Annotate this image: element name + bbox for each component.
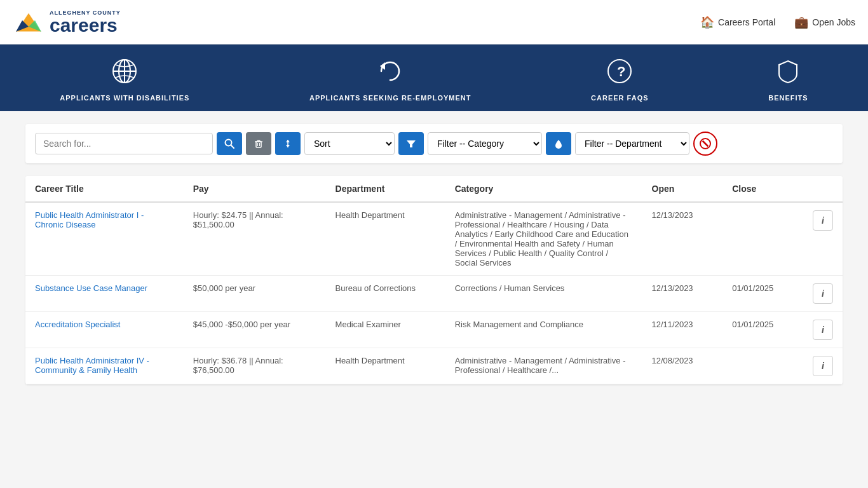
nav-reemployment-label: APPLICANTS SEEKING RE-EMPLOYMENT <box>309 94 471 102</box>
col-header-title: Career Title <box>25 176 184 202</box>
job-action-cell: i <box>803 348 843 384</box>
svg-marker-20 <box>286 145 290 147</box>
job-open-cell: 12/13/2023 <box>642 202 723 276</box>
jobs-table: Career Title Pay Department Category Ope… <box>25 176 843 384</box>
job-category-cell: Administrative - Management / Administra… <box>445 202 642 276</box>
header: ALLEGHENY COUNTY careers 🏠 Careers Porta… <box>0 0 868 44</box>
job-dept-cell: Medical Examiner <box>326 312 445 348</box>
col-header-pay: Pay <box>184 176 326 202</box>
job-title-link[interactable]: Accreditation Specialist <box>35 320 120 329</box>
job-category-cell: Corrections / Human Services <box>445 276 642 312</box>
job-open-cell: 12/11/2023 <box>642 312 723 348</box>
job-title-cell: Public Health Administrator IV - Communi… <box>25 348 184 384</box>
job-title-link[interactable]: Public Health Administrator IV - Communi… <box>35 356 149 375</box>
job-close-cell <box>722 202 803 276</box>
home-icon: 🏠 <box>700 15 714 29</box>
job-title-link[interactable]: Public Health Administrator I - Chronic … <box>35 210 144 229</box>
job-pay-cell: Hourly: $24.75 || Annual: $51,500.00 <box>184 202 326 276</box>
filter-icon <box>406 139 416 149</box>
svg-line-23 <box>703 141 708 146</box>
water-filter-button[interactable] <box>546 132 571 155</box>
filter-button[interactable] <box>398 132 424 155</box>
info-icon: i <box>822 325 824 335</box>
info-icon: i <box>822 288 824 299</box>
job-close-cell: 01/01/2025 <box>722 276 803 312</box>
jobs-table-container: Career Title Pay Department Category Ope… <box>25 176 843 384</box>
nav-reemployment[interactable]: APPLICANTS SEEKING RE-EMPLOYMENT <box>297 54 484 105</box>
job-dept-cell: Health Department <box>326 202 445 276</box>
nav-disabilities-label: APPLICANTS WITH DISABILITIES <box>60 94 189 102</box>
info-button[interactable]: i <box>813 210 833 231</box>
svg-line-12 <box>231 146 234 149</box>
job-pay-cell: $45,000 -$50,000 per year <box>184 312 326 348</box>
job-title-link[interactable]: Substance Use Case Manager <box>35 283 147 293</box>
job-category-cell: Risk Management and Compliance <box>445 312 642 348</box>
cancel-icon <box>699 137 712 150</box>
search-button[interactable] <box>217 132 242 155</box>
filter-category-select[interactable]: Filter -- Category Administrative Health… <box>428 132 542 155</box>
job-dept-cell: Health Department <box>326 348 445 384</box>
careers-portal-link[interactable]: 🏠 Careers Portal <box>700 15 775 29</box>
job-title-cell: Public Health Administrator I - Chronic … <box>25 202 184 276</box>
trash-icon <box>254 139 264 149</box>
table-row: Substance Use Case Manager $50,000 per y… <box>25 276 843 312</box>
header-nav: 🏠 Careers Portal 💼 Open Jobs <box>700 15 855 29</box>
nav-benefits-label: BENEFITS <box>768 94 808 102</box>
sort-select[interactable]: Sort Career Title A-Z Career Title Z-A O… <box>304 132 395 155</box>
search-icon <box>224 139 234 149</box>
col-header-dept: Department <box>326 176 445 202</box>
nav-faqs-label: CAREER FAQS <box>591 94 648 102</box>
question-icon: ? <box>606 57 634 89</box>
logo-area: ALLEGHENY COUNTY careers <box>13 6 121 38</box>
clear-button[interactable] <box>246 132 271 155</box>
logo-text: ALLEGHENY COUNTY careers <box>50 10 121 35</box>
sort-arrows-button[interactable] <box>275 132 301 155</box>
table-row: Public Health Administrator I - Chronic … <box>25 202 843 276</box>
job-pay-cell: $50,000 per year <box>184 276 326 312</box>
job-action-cell: i <box>803 202 843 276</box>
job-close-cell <box>722 348 803 384</box>
col-header-category: Category <box>445 176 642 202</box>
search-input[interactable] <box>35 133 213 154</box>
logo-icon <box>13 6 44 38</box>
refresh-icon <box>376 57 404 89</box>
nav-bar: APPLICANTS WITH DISABILITIES APPLICANTS … <box>0 44 868 111</box>
col-header-action <box>803 176 843 202</box>
svg-marker-21 <box>407 140 416 147</box>
job-pay-cell: Hourly: $36.78 || Annual: $76,500.00 <box>184 348 326 384</box>
briefcase-icon: 💼 <box>794 15 808 29</box>
table-row: Public Health Administrator IV - Communi… <box>25 348 843 384</box>
nav-faqs[interactable]: ? CAREER FAQS <box>578 54 661 105</box>
col-header-close: Close <box>722 176 803 202</box>
search-filter-bar: Sort Career Title A-Z Career Title Z-A O… <box>25 124 843 163</box>
job-category-cell: Administrative - Management / Administra… <box>445 348 642 384</box>
info-icon: i <box>822 361 824 371</box>
water-drop-icon <box>553 139 564 149</box>
col-header-open: Open <box>642 176 723 202</box>
nav-benefits[interactable]: BENEFITS <box>756 54 820 105</box>
careers-portal-label: Careers Portal <box>718 17 775 27</box>
globe-icon <box>111 57 139 89</box>
svg-text:?: ? <box>617 64 625 79</box>
job-open-cell: 12/13/2023 <box>642 276 723 312</box>
table-header-row: Career Title Pay Department Category Ope… <box>25 176 843 202</box>
nav-disabilities[interactable]: APPLICANTS WITH DISABILITIES <box>47 54 202 105</box>
info-button[interactable]: i <box>813 283 833 304</box>
cancel-filter-button[interactable] <box>693 132 717 156</box>
info-button[interactable]: i <box>813 320 833 340</box>
table-row: Accreditation Specialist $45,000 -$50,00… <box>25 312 843 348</box>
job-dept-cell: Bureau of Corrections <box>326 276 445 312</box>
svg-marker-19 <box>286 140 290 142</box>
job-title-cell: Substance Use Case Manager <box>25 276 184 312</box>
shield-icon <box>774 57 802 89</box>
svg-rect-13 <box>256 142 261 147</box>
open-jobs-link[interactable]: 💼 Open Jobs <box>794 15 855 29</box>
job-action-cell: i <box>803 312 843 348</box>
main-content: Sort Career Title A-Z Career Title Z-A O… <box>0 111 868 472</box>
filter-department-select[interactable]: Filter -- Department Health Department B… <box>575 132 689 155</box>
job-action-cell: i <box>803 276 843 312</box>
logo-careers: careers <box>50 16 121 35</box>
info-button[interactable]: i <box>813 356 833 376</box>
open-jobs-label: Open Jobs <box>812 17 855 27</box>
job-title-cell: Accreditation Specialist <box>25 312 184 348</box>
